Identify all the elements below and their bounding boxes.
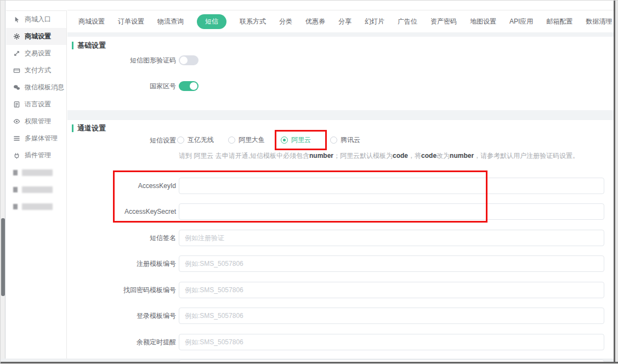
accesskeysecret-label: AccessKeySecret bbox=[72, 203, 176, 220]
left-scrollbar-thumb[interactable] bbox=[1, 218, 5, 296]
sidebar-item-permissions[interactable]: 权限管理 bbox=[6, 113, 66, 130]
sidebar-item-media-manager[interactable]: 多媒体管理 bbox=[6, 130, 66, 147]
radio-label: 阿里大鱼 bbox=[239, 135, 265, 145]
sidebar-item-label: 商城入口 bbox=[25, 15, 51, 24]
radio-huyi-wireless[interactable]: 互亿无线 bbox=[177, 135, 214, 145]
redacted-label bbox=[22, 203, 53, 210]
radio-circle-icon bbox=[281, 136, 288, 144]
country-code-toggle[interactable] bbox=[179, 81, 199, 91]
sidebar-item-redacted-3[interactable] bbox=[6, 198, 66, 215]
tab-sms[interactable]: 短信 bbox=[197, 14, 226, 29]
sms-signature-label: 短信签名 bbox=[72, 230, 176, 246]
sidebar-item-trade-settings[interactable]: 交易设置 bbox=[6, 45, 66, 62]
redacted-label bbox=[22, 169, 53, 176]
radio-tencent-cloud[interactable]: 腾讯云 bbox=[330, 135, 360, 145]
admin-window: 商城入口 商城设置 交易设置 支付方式 微信模板消息 语言设置 权限管理 多媒 bbox=[0, 0, 618, 364]
window-right-edge bbox=[615, 1, 618, 364]
tab-share[interactable]: 分享 bbox=[338, 17, 351, 26]
tab-category[interactable]: 分类 bbox=[279, 17, 292, 26]
list-icon bbox=[13, 135, 20, 142]
section-gap bbox=[67, 110, 614, 120]
help-segment: ，将 bbox=[408, 152, 421, 160]
sidebar-item-redacted-2[interactable] bbox=[6, 181, 66, 198]
sidebar-item-redacted-1[interactable] bbox=[6, 164, 66, 181]
sidebar-item-label: 权限管理 bbox=[25, 117, 51, 126]
register-template-label: 注册模板编号 bbox=[72, 255, 176, 272]
section-accent-bar bbox=[72, 124, 73, 132]
accesskeyid-label: AccessKeyId bbox=[72, 178, 176, 194]
password-recovery-template-input[interactable] bbox=[179, 282, 604, 298]
tab-api-app[interactable]: API应用 bbox=[509, 17, 533, 26]
tab-ad-slot[interactable]: 广告位 bbox=[398, 17, 417, 26]
balance-reminder-label: 余额定时提醒 bbox=[72, 334, 176, 350]
tab-contact[interactable]: 联系方式 bbox=[240, 17, 266, 26]
sms-provider-label: 短信设置 bbox=[72, 136, 176, 145]
trade-arrows-icon bbox=[13, 50, 20, 57]
accesskeyid-input[interactable] bbox=[179, 178, 604, 194]
sidebar-item-wechat-template[interactable]: 微信模板消息 bbox=[6, 79, 66, 96]
tab-map-settings[interactable]: 地图设置 bbox=[470, 17, 496, 26]
password-recovery-template-label: 找回密码模板编号 bbox=[72, 282, 176, 298]
sidebar-item-label: 支付方式 bbox=[25, 66, 51, 75]
radio-label: 互亿无线 bbox=[188, 135, 214, 145]
mall-entry-icon bbox=[13, 16, 20, 23]
help-keyword: number bbox=[309, 152, 333, 160]
sidebar-item-label: 插件管理 bbox=[25, 151, 51, 160]
plugin-icon bbox=[13, 152, 20, 159]
tab-mall-settings[interactable]: 商城设置 bbox=[78, 17, 105, 26]
basic-settings-header: 基础设置 bbox=[72, 41, 106, 50]
sidebar-item-payment-methods[interactable]: 支付方式 bbox=[6, 62, 66, 79]
login-template-label: 登录模板编号 bbox=[72, 308, 176, 324]
balance-reminder-input[interactable] bbox=[179, 334, 604, 350]
tab-slideshow[interactable]: 幻灯片 bbox=[365, 17, 384, 26]
sidebar-item-mall-entry[interactable]: 商城入口 bbox=[6, 11, 66, 28]
radio-label: 阿里云 bbox=[291, 135, 311, 145]
login-template-input[interactable] bbox=[179, 308, 604, 324]
radio-ali-dayu[interactable]: 阿里大鱼 bbox=[228, 135, 265, 145]
sidebar-item-language-settings[interactable]: 语言设置 bbox=[6, 96, 66, 113]
sms-captcha-toggle[interactable] bbox=[179, 55, 199, 65]
tab-mail-config[interactable]: 邮箱配置 bbox=[546, 17, 572, 26]
register-template-input[interactable] bbox=[179, 255, 604, 272]
toggle-knob bbox=[190, 82, 197, 90]
help-segment: ，请参考默认用户注册验证码设置。 bbox=[474, 152, 579, 160]
tab-logistics-query[interactable]: 物流查询 bbox=[157, 17, 184, 26]
radio-circle-icon bbox=[330, 136, 337, 144]
section-title: 通道设置 bbox=[77, 123, 106, 133]
eye-icon bbox=[13, 118, 20, 125]
gear-icon bbox=[13, 33, 20, 40]
help-segment: 请到 阿里云 去申请开通,短信模板中必须包含 bbox=[179, 152, 309, 160]
tab-coupon[interactable]: 优惠券 bbox=[305, 17, 325, 26]
country-code-label: 国家区号 bbox=[72, 81, 176, 91]
help-segment: 改为 bbox=[436, 152, 450, 160]
redacted-icon bbox=[13, 170, 18, 175]
help-keyword: code bbox=[393, 152, 408, 160]
sidebar-item-plugin-manager[interactable]: 插件管理 bbox=[6, 147, 66, 164]
sidebar-item-label: 多媒体管理 bbox=[25, 134, 58, 143]
basic-settings-card: 基础设置 短信图形验证码 国家区号 bbox=[67, 37, 614, 110]
help-segment: ；阿里云默认模板为 bbox=[333, 152, 393, 160]
sidebar: 商城入口 商城设置 交易设置 支付方式 微信模板消息 语言设置 权限管理 多媒 bbox=[6, 10, 67, 359]
channel-settings-header: 通道设置 bbox=[72, 123, 106, 133]
sidebar-item-label: 微信模板消息 bbox=[25, 83, 64, 92]
sidebar-item-mall-settings[interactable]: 商城设置 bbox=[6, 28, 66, 45]
radio-label: 腾讯云 bbox=[341, 135, 360, 145]
radio-aliyun[interactable]: 阿里云 bbox=[281, 135, 311, 145]
channel-settings-card: 通道设置 短信设置 互亿无线 阿里大鱼 阿里云 腾讯云 bbox=[67, 120, 614, 359]
radio-circle-icon bbox=[228, 136, 235, 144]
sidebar-item-label: 交易设置 bbox=[25, 49, 51, 58]
redacted-label bbox=[22, 186, 53, 193]
tab-data-cleanup[interactable]: 数据清理 bbox=[586, 17, 612, 26]
credit-card-icon bbox=[13, 67, 20, 74]
sms-captcha-label: 短信图形验证码 bbox=[72, 55, 176, 65]
radio-circle-icon bbox=[177, 136, 184, 144]
language-icon bbox=[13, 101, 20, 108]
tab-asset-password[interactable]: 资产密码 bbox=[430, 17, 457, 26]
sms-provider-radio-group: 互亿无线 阿里大鱼 阿里云 腾讯云 bbox=[177, 135, 375, 145]
tab-order-settings[interactable]: 订单设置 bbox=[118, 17, 144, 26]
accesskeysecret-input[interactable] bbox=[179, 203, 604, 220]
redacted-icon bbox=[13, 187, 18, 192]
sms-signature-input[interactable] bbox=[179, 230, 604, 246]
redacted-icon bbox=[13, 204, 18, 209]
toggle-knob bbox=[180, 56, 188, 64]
